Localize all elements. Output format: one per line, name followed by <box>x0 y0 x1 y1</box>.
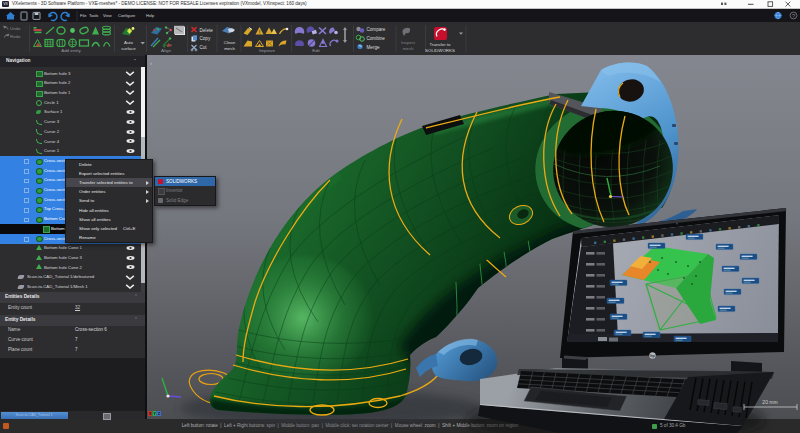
svg-text:?: ? <box>792 13 795 19</box>
svg-text:Transfer to: Transfer to <box>429 42 451 47</box>
svg-text:Merge: Merge <box>367 45 380 50</box>
svg-text:20 mm: 20 mm <box>762 399 777 405</box>
svg-text:SOLIDWORKS: SOLIDWORKS <box>425 48 455 53</box>
svg-text:Edit: Edit <box>312 48 320 53</box>
svg-text:Compare: Compare <box>367 27 386 32</box>
svg-text:mesh: mesh <box>403 46 414 51</box>
svg-text:Y: Y <box>153 411 156 416</box>
svg-text:X: X <box>149 411 152 416</box>
svg-text:Clean: Clean <box>224 40 236 45</box>
svg-text:Add entity: Add entity <box>61 48 81 53</box>
svg-text:Auto: Auto <box>124 40 134 45</box>
svg-text:Redo: Redo <box>10 34 21 39</box>
svg-text:Cut: Cut <box>200 45 208 50</box>
svg-text:Improve: Improve <box>259 48 275 53</box>
svg-text:Align: Align <box>161 48 171 53</box>
svg-text:surface: surface <box>121 46 136 51</box>
svg-text:Inspect: Inspect <box>401 40 416 45</box>
svg-text:Delete: Delete <box>200 28 214 33</box>
svg-text:Undo: Undo <box>10 26 21 31</box>
svg-text:mesh: mesh <box>224 46 235 51</box>
svg-text:Copy: Copy <box>200 36 211 41</box>
svg-text:‹: ‹ <box>150 60 152 66</box>
svg-text:Combine: Combine <box>367 36 386 41</box>
